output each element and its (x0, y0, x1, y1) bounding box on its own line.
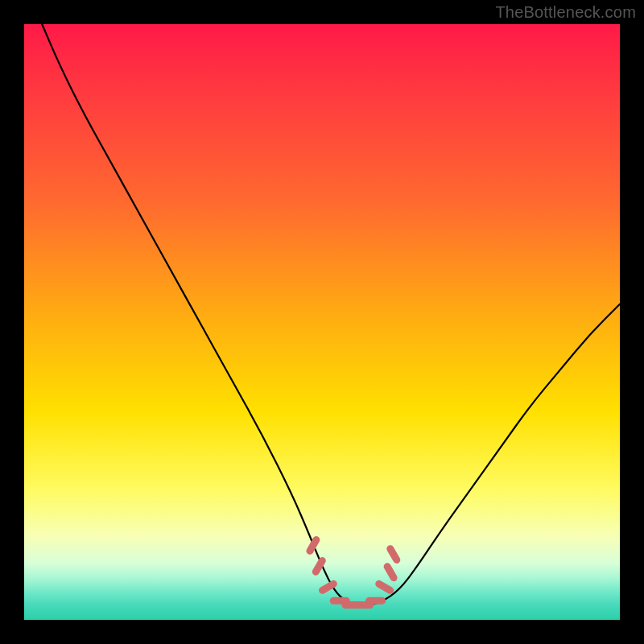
plot-area (24, 24, 620, 620)
gradient-background (24, 24, 620, 620)
watermark-text: TheBottleneck.com (495, 3, 636, 22)
chart-svg (24, 24, 620, 620)
chart-frame: TheBottleneck.com (0, 0, 644, 644)
